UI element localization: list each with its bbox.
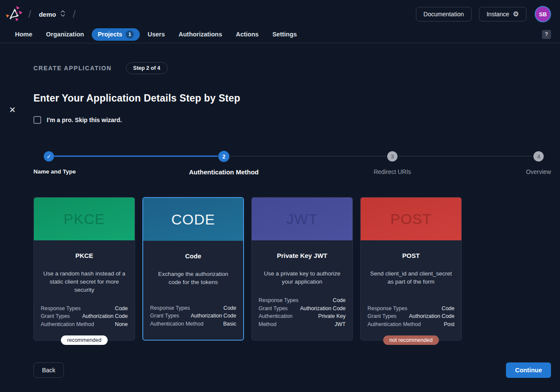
- org-selector[interactable]: demo: [36, 7, 69, 21]
- card-title: PKCE: [41, 252, 128, 259]
- detail-row: Response Types Code: [150, 304, 236, 312]
- skip-wizard-row: I'm a pro. Skip this wizard.: [33, 116, 551, 124]
- documentation-label: Documentation: [424, 11, 464, 18]
- card-description: Exchange the authorization code for the …: [150, 270, 236, 287]
- detail-row: Grant Types Authorization Code: [150, 312, 236, 320]
- org-name: demo: [39, 11, 56, 18]
- close-icon[interactable]: ✕: [9, 106, 16, 114]
- card-details: Response Types Code Grant Types Authoriz…: [150, 304, 236, 328]
- step-4-label: Overview: [526, 168, 551, 175]
- help-button[interactable]: ?: [542, 30, 551, 39]
- detail-row: Grant Types Authorization Code: [259, 305, 346, 313]
- gear-icon: ⚙: [513, 11, 519, 18]
- projects-count-badge: 1: [126, 30, 134, 39]
- create-application-wizard: ✕ CREATE APPLICATION Step 2 of 4 Enter Y…: [0, 43, 560, 378]
- detail-row: Authentication Method None: [41, 320, 128, 329]
- detail-row: Grant Types Authorization Code: [367, 312, 455, 320]
- skip-wizard-checkbox[interactable]: [33, 116, 41, 124]
- wizard-stepper: ✓ 2 3 4 Name and Type Authentication Met…: [33, 151, 551, 176]
- nav-item-home[interactable]: Home: [9, 29, 38, 40]
- breadcrumb-separator: /: [28, 8, 31, 20]
- card-title: Private Key JWT: [259, 252, 346, 259]
- top-header: / demo / Documentation Instance ⚙ SB: [0, 0, 560, 28]
- detail-row: Response Types Code: [41, 305, 128, 313]
- detail-row: Response Types Code: [367, 305, 455, 313]
- card-body: Private Key JWT Use a private key to aut…: [252, 240, 352, 340]
- recommended-badge: recommended: [61, 335, 108, 345]
- detail-row: Grant Types Authorization Code: [41, 312, 128, 320]
- card-body: POST Send client_id and client_secret as…: [361, 240, 461, 340]
- instance-label: Instance: [487, 11, 509, 18]
- post-banner: POST: [361, 197, 461, 240]
- code-banner: CODE: [143, 198, 243, 241]
- card-title: Code: [150, 252, 236, 260]
- zitadel-logo-icon[interactable]: [5, 5, 24, 24]
- wizard-footer: Back Continue: [33, 362, 551, 378]
- stepper-line-todo: [230, 156, 386, 156]
- nav-item-settings[interactable]: Settings: [266, 29, 303, 40]
- stepper-line-todo: [398, 156, 533, 156]
- avatar[interactable]: SB: [535, 6, 551, 22]
- step-3-label: Redirect URIs: [373, 168, 411, 175]
- card-description: Send client_id and client_secret as part…: [367, 270, 455, 286]
- unfold-icon: [60, 10, 65, 18]
- breadcrumb-separator: /: [73, 8, 76, 20]
- auth-method-card-post[interactable]: POST POST Send client_id and client_secr…: [360, 197, 462, 341]
- card-details: Response Types Code Grant Types Authoriz…: [259, 296, 346, 328]
- wizard-header: CREATE APPLICATION Step 2 of 4: [33, 62, 551, 74]
- card-description: Use a private key to authorize your appl…: [259, 270, 346, 286]
- nav-item-authorizations[interactable]: Authorizations: [172, 29, 228, 40]
- step-2-circle[interactable]: 2: [218, 151, 229, 162]
- step-1-label: Name and Type: [33, 168, 76, 175]
- step-4-circle[interactable]: 4: [533, 151, 544, 162]
- step-3-circle[interactable]: 3: [387, 151, 397, 162]
- back-button[interactable]: Back: [33, 362, 64, 378]
- wizard-title: CREATE APPLICATION: [33, 65, 112, 72]
- auth-method-card-jwt[interactable]: JWT Private Key JWT Use a private key to…: [251, 197, 353, 341]
- stepper-line-done: [54, 156, 218, 157]
- auth-method-cards: PKCE PKCE Use a random hash instead of a…: [33, 197, 551, 341]
- main-nav: Home Organization Projects 1 Users Autho…: [0, 28, 560, 43]
- skip-wizard-label: I'm a pro. Skip this wizard.: [47, 117, 122, 123]
- card-description: Use a random hash instead of a static cl…: [41, 270, 128, 294]
- continue-button[interactable]: Continue: [506, 362, 551, 378]
- card-body: PKCE Use a random hash instead of a stat…: [34, 240, 135, 340]
- card-details: Response Types Code Grant Types Authoriz…: [41, 305, 128, 329]
- step-counter-badge: Step 2 of 4: [126, 62, 168, 74]
- step-1-circle[interactable]: ✓: [44, 151, 54, 162]
- page-title: Enter Your Application Details Step by S…: [33, 93, 551, 104]
- not-recommended-badge: not recommended: [383, 335, 439, 345]
- detail-row: Authentication Method Post: [367, 320, 455, 329]
- auth-method-card-code[interactable]: CODE Code Exchange the authorization cod…: [142, 197, 244, 341]
- nav-item-actions[interactable]: Actions: [230, 29, 265, 40]
- nav-item-organization[interactable]: Organization: [40, 29, 90, 40]
- step-2-label: Authentication Method: [189, 168, 259, 176]
- card-title: POST: [367, 252, 455, 259]
- auth-method-card-pkce[interactable]: PKCE PKCE Use a random hash instead of a…: [33, 197, 135, 341]
- pkce-banner: PKCE: [34, 197, 135, 240]
- card-body: Code Exchange the authorization code for…: [143, 241, 243, 340]
- check-icon: ✓: [47, 153, 51, 160]
- documentation-button[interactable]: Documentation: [416, 7, 472, 21]
- detail-row: Response Types Code: [259, 296, 346, 305]
- jwt-banner: JWT: [252, 197, 352, 240]
- nav-item-users[interactable]: Users: [142, 29, 171, 40]
- detail-row: Authentication Method Private Key JWT: [259, 312, 346, 328]
- nav-item-projects[interactable]: Projects 1: [92, 28, 140, 41]
- detail-row: Authentication Method Basic: [150, 320, 236, 328]
- instance-button[interactable]: Instance ⚙: [479, 7, 527, 21]
- card-details: Response Types Code Grant Types Authoriz…: [367, 305, 455, 329]
